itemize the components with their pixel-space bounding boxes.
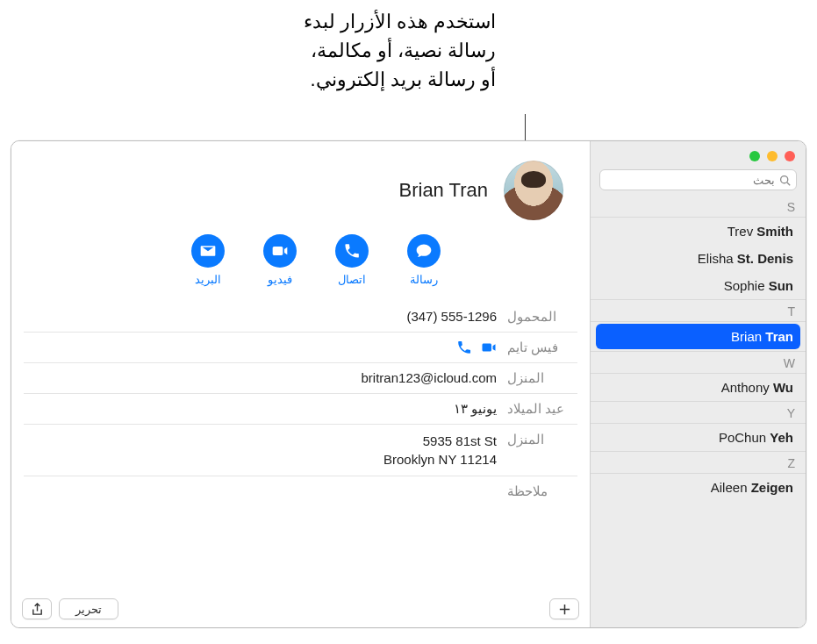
search-input[interactable] — [606, 174, 775, 187]
svg-point-0 — [781, 175, 788, 182]
addr-line-1: 5935 81st St — [25, 432, 497, 450]
addr-line-2: Brooklyn NY 11214 — [25, 450, 497, 469]
call-label: اتصال — [338, 273, 366, 286]
field-note[interactable]: ملاحظة — [24, 476, 577, 506]
quick-actions: رسالة اتصال فيديو البريد — [11, 224, 590, 302]
section-header-t: T — [591, 300, 806, 322]
contacts-sidebar: S Trev Smith Elisha St. Denis Sophie Sun… — [590, 141, 806, 627]
svg-line-1 — [787, 182, 790, 184]
video-button[interactable]: فيديو — [263, 234, 297, 286]
section-header-y: Y — [591, 402, 806, 424]
help-callout: استخدم هذه الأزرار لبدء رسالة نصية، أو م… — [224, 7, 496, 94]
contact-row[interactable]: Elisha St. Denis — [591, 245, 806, 272]
facetime-video-icon[interactable] — [481, 340, 497, 355]
search-icon — [779, 175, 791, 186]
field-value: يونيو ١٣ — [25, 401, 497, 417]
edit-label: تحرير — [75, 603, 102, 616]
contacts-window: S Trev Smith Elisha St. Denis Sophie Sun… — [11, 140, 806, 628]
contact-row[interactable]: Trev Smith — [591, 218, 806, 245]
section-header-w: W — [591, 352, 806, 374]
detail-footer: تحرير — [11, 590, 590, 627]
contact-name: Brian Tran — [399, 179, 489, 202]
minimize-window-button[interactable] — [767, 151, 778, 161]
fullscreen-window-button[interactable] — [749, 151, 760, 161]
contact-row[interactable]: PoChun Yeh — [591, 424, 806, 451]
mail-icon — [199, 242, 217, 260]
contacts-list[interactable]: S Trev Smith Elisha St. Denis Sophie Sun… — [591, 196, 806, 627]
field-mobile[interactable]: المحمول (347) 555-1296 — [24, 302, 577, 333]
field-label: المنزل — [507, 432, 576, 447]
contact-fields: المحمول (347) 555-1296 فيس تايم المنزل b… — [24, 302, 577, 506]
video-icon — [271, 242, 289, 260]
contact-row[interactable]: Aileen Zeigen — [591, 474, 806, 501]
call-button[interactable]: اتصال — [335, 234, 369, 286]
field-label: ملاحظة — [507, 483, 576, 499]
share-icon — [31, 603, 44, 616]
message-label: رسالة — [410, 273, 438, 286]
field-value: (347) 555-1296 — [25, 309, 497, 324]
video-label: فيديو — [268, 273, 292, 286]
phone-icon — [343, 242, 361, 260]
section-header-z: Z — [591, 452, 806, 474]
search-field[interactable] — [599, 169, 797, 190]
callout-line-2: رسالة نصية، أو مكالمة، — [224, 36, 496, 65]
facetime-icons — [25, 340, 497, 355]
message-button[interactable]: رسالة — [407, 234, 441, 286]
edit-button[interactable]: تحرير — [59, 598, 118, 619]
callout-line-1: استخدم هذه الأزرار لبدء — [224, 7, 496, 36]
field-value: britran123@icloud.com — [25, 370, 497, 385]
contact-row-selected[interactable]: Brian Tran — [596, 324, 800, 349]
plus-icon — [558, 603, 571, 616]
callout-line-3: أو رسالة بريد إلكتروني. — [224, 65, 496, 94]
field-label: فيس تايم — [507, 340, 576, 355]
message-icon — [415, 242, 433, 260]
add-contact-button[interactable] — [549, 598, 579, 619]
section-header-s: S — [591, 196, 806, 218]
field-label: المنزل — [507, 370, 576, 386]
field-birthday[interactable]: عيد الميلاد يونيو ١٣ — [24, 394, 577, 425]
contact-avatar[interactable] — [504, 161, 563, 220]
contact-detail-pane: Brian Tran رسالة اتصال فيديو البريد الم — [11, 141, 590, 627]
contact-header: Brian Tran — [11, 141, 590, 224]
mail-button[interactable]: البريد — [191, 234, 225, 286]
field-value: 5935 81st St Brooklyn NY 11214 — [25, 432, 497, 469]
search-wrap — [591, 169, 806, 196]
contact-row[interactable]: Anthony Wu — [591, 374, 806, 401]
close-window-button[interactable] — [785, 151, 795, 161]
field-label: عيد الميلاد — [507, 401, 576, 417]
mail-label: البريد — [195, 273, 221, 286]
field-home-email[interactable]: المنزل britran123@icloud.com — [24, 363, 577, 394]
field-facetime[interactable]: فيس تايم — [24, 333, 577, 363]
facetime-audio-icon[interactable] — [456, 340, 472, 355]
field-label: المحمول — [507, 309, 576, 325]
window-controls — [591, 141, 806, 169]
contact-row[interactable]: Sophie Sun — [591, 272, 806, 299]
field-home-address[interactable]: المنزل 5935 81st St Brooklyn NY 11214 — [24, 425, 577, 476]
share-button[interactable] — [22, 598, 52, 619]
